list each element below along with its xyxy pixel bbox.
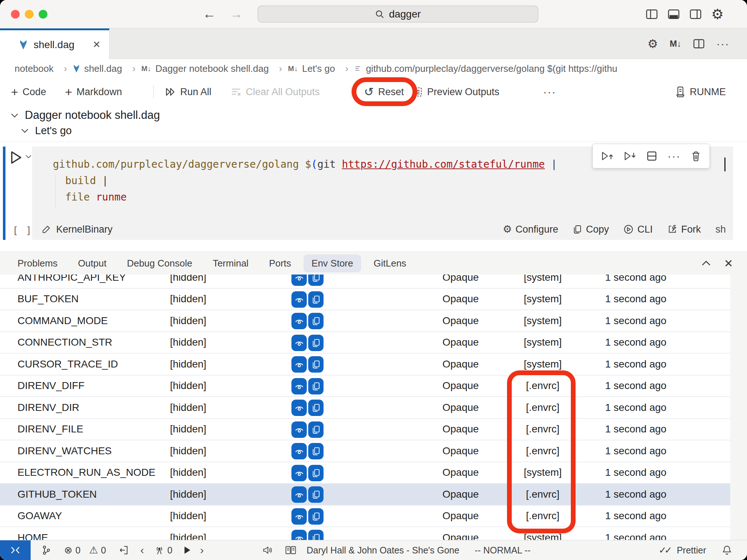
split-cell-icon[interactable] bbox=[646, 151, 657, 162]
toolbar-more-icon[interactable]: ··· bbox=[543, 78, 556, 106]
breadcrumb-item[interactable]: notebook bbox=[15, 63, 73, 74]
reveal-value-button[interactable] bbox=[291, 530, 307, 540]
reveal-value-button[interactable] bbox=[291, 275, 307, 286]
collapse-chevron-icon[interactable] bbox=[11, 113, 18, 118]
table-row[interactable]: DIRENV_DIFF [hidden] Opaque [.envrc] 1 s… bbox=[0, 376, 730, 397]
panel-tab[interactable]: GitLens bbox=[374, 254, 406, 272]
table-row[interactable]: BUF_TOKEN [hidden] Opaque [system] 1 sec… bbox=[0, 289, 730, 311]
execute-above-icon[interactable] bbox=[601, 151, 614, 162]
toggle-panel-icon[interactable] bbox=[667, 9, 680, 20]
table-row[interactable]: DIRENV_WATCHES [hidden] Opaque [.envrc] … bbox=[0, 440, 730, 462]
cell-language-label[interactable]: sh bbox=[715, 224, 726, 235]
copy-value-button[interactable] bbox=[308, 313, 324, 329]
add-markdown-cell-button[interactable]: + Markdown bbox=[65, 78, 122, 106]
fork-button[interactable]: Fork bbox=[667, 224, 701, 235]
forward-button[interactable]: → bbox=[230, 5, 243, 23]
breadcrumb-item[interactable]: M↓ Dagger notebook shell.dag bbox=[141, 63, 288, 74]
breadcrumb-item[interactable]: github.com/purpleclay/daggerverse/golang… bbox=[354, 63, 617, 74]
play-icon[interactable] bbox=[183, 546, 191, 555]
panel-tab[interactable]: Ports bbox=[269, 254, 291, 272]
panel-tab[interactable]: Terminal bbox=[213, 254, 248, 272]
more-actions-icon[interactable]: ··· bbox=[716, 38, 729, 50]
speaker-icon[interactable] bbox=[262, 545, 273, 555]
session-log-icon[interactable] bbox=[119, 545, 129, 555]
markdown-export-icon[interactable]: M↓ bbox=[670, 39, 681, 49]
reveal-value-button[interactable] bbox=[291, 400, 307, 416]
table-row[interactable]: DIRENV_DIR [hidden] Opaque [.envrc] 1 se… bbox=[0, 397, 730, 419]
notebook-kernel-gear-icon[interactable]: ⚙ bbox=[647, 38, 658, 50]
runme-button[interactable]: RUNME bbox=[675, 78, 726, 106]
copy-value-button[interactable] bbox=[308, 421, 324, 438]
toggle-secondary-sidebar-icon[interactable] bbox=[689, 9, 702, 20]
table-row[interactable]: DIRENV_FILE [hidden] Opaque [.envrc] 1 s… bbox=[0, 419, 730, 441]
reveal-value-button[interactable] bbox=[291, 465, 307, 481]
tab-close-icon[interactable]: ✕ bbox=[93, 39, 101, 50]
execute-below-icon[interactable] bbox=[624, 151, 636, 162]
panel-tab[interactable]: Debug Console bbox=[127, 254, 192, 272]
cli-button[interactable]: CLI bbox=[623, 224, 653, 235]
reset-button[interactable]: ↺ Reset bbox=[364, 78, 404, 106]
copy-value-button[interactable] bbox=[308, 275, 324, 286]
copy-value-button[interactable] bbox=[308, 465, 324, 481]
breadcrumb-item[interactable]: shell.dag bbox=[73, 63, 142, 74]
maximize-panel-icon[interactable] bbox=[701, 260, 711, 266]
reveal-value-button[interactable] bbox=[291, 421, 307, 438]
command-center-search[interactable]: dagger bbox=[258, 5, 538, 23]
copy-value-button[interactable] bbox=[308, 530, 324, 540]
copy-value-button[interactable] bbox=[308, 400, 324, 416]
preview-outputs-button[interactable]: Preview Outputs bbox=[413, 78, 499, 106]
add-code-cell-button[interactable]: + Code bbox=[11, 78, 46, 106]
reveal-value-button[interactable] bbox=[291, 508, 307, 525]
panel-tab[interactable]: Problems bbox=[18, 254, 58, 272]
prettier-indicator[interactable]: ✓✓ Prettier bbox=[659, 545, 706, 556]
table-row[interactable]: GITHUB_TOKEN [hidden] Opaque [.envrc] 1 … bbox=[0, 484, 730, 506]
settings-gear-icon[interactable]: ⚙ bbox=[711, 7, 724, 21]
copy-value-button[interactable] bbox=[308, 335, 324, 351]
code-editor[interactable]: github.com/purpleclay/daggerverse/golang… bbox=[53, 156, 557, 205]
cell-more-actions-icon[interactable]: ··· bbox=[667, 150, 681, 162]
notifications-bell-icon[interactable] bbox=[722, 545, 732, 556]
delete-cell-icon[interactable] bbox=[691, 151, 701, 162]
panel-tab[interactable]: Env Store bbox=[303, 254, 361, 272]
table-row[interactable]: ELECTRON_RUN_AS_NODE [hidden] Opaque [sy… bbox=[0, 462, 730, 484]
toggle-primary-sidebar-icon[interactable] bbox=[646, 9, 658, 20]
reveal-value-button[interactable] bbox=[291, 443, 307, 459]
copy-value-button[interactable] bbox=[308, 291, 324, 308]
run-all-button[interactable]: Run All bbox=[165, 78, 212, 106]
panel-tab[interactable]: Output bbox=[78, 254, 107, 272]
source-control-graph-icon[interactable] bbox=[42, 545, 51, 555]
run-cell-button[interactable] bbox=[9, 150, 23, 165]
table-row[interactable]: CURSOR_TRACE_ID [hidden] Opaque [system]… bbox=[0, 354, 730, 376]
clear-all-outputs-button[interactable]: Clear All Outputs bbox=[231, 78, 320, 106]
breadcrumb-item[interactable]: M↓ Let's go bbox=[288, 63, 355, 74]
copy-value-button[interactable] bbox=[308, 486, 324, 503]
chevron-left-icon[interactable]: ‹ bbox=[140, 544, 144, 556]
errors-indicator[interactable]: ⊗ 0 bbox=[64, 545, 81, 556]
reveal-value-button[interactable] bbox=[291, 378, 307, 394]
reveal-value-button[interactable] bbox=[291, 291, 307, 308]
collapse-chevron-icon[interactable] bbox=[21, 128, 28, 133]
kernel-selector[interactable]: KernelBinary bbox=[42, 224, 113, 235]
now-playing-label[interactable]: Daryl Hall & John Oates - She's Gone bbox=[307, 545, 460, 556]
warnings-indicator[interactable]: ⚠ 0 bbox=[89, 545, 106, 556]
close-window-button[interactable] bbox=[11, 10, 20, 19]
close-panel-icon[interactable]: ✕ bbox=[724, 257, 733, 270]
vim-mode-indicator[interactable]: -- NORMAL -- bbox=[475, 545, 530, 556]
copy-value-button[interactable] bbox=[308, 508, 324, 525]
reveal-value-button[interactable] bbox=[291, 486, 307, 503]
configure-button[interactable]: ⚙ Configure bbox=[503, 224, 558, 235]
chevron-right-icon[interactable]: › bbox=[200, 544, 204, 556]
table-row[interactable]: CONNECTION_STR [hidden] Opaque [system] … bbox=[0, 332, 730, 354]
remote-indicator[interactable] bbox=[0, 540, 31, 560]
table-row[interactable]: HOME [hidden] Opaque [system] 1 second a… bbox=[0, 527, 730, 540]
broadcast-indicator[interactable]: 0 bbox=[154, 545, 173, 556]
table-row[interactable]: ANTHROPIC_API_KEY [hidden] Opaque [syste… bbox=[0, 275, 730, 289]
tab-shell-dag[interactable]: shell.dag ✕ bbox=[0, 28, 109, 59]
back-button[interactable]: ← bbox=[203, 5, 216, 23]
maximize-window-button[interactable] bbox=[39, 10, 47, 19]
copy-value-button[interactable] bbox=[308, 356, 324, 373]
split-editor-icon[interactable] bbox=[693, 38, 705, 49]
copy-value-button[interactable] bbox=[308, 443, 324, 459]
reveal-value-button[interactable] bbox=[291, 313, 307, 329]
minimize-window-button[interactable] bbox=[25, 10, 34, 19]
